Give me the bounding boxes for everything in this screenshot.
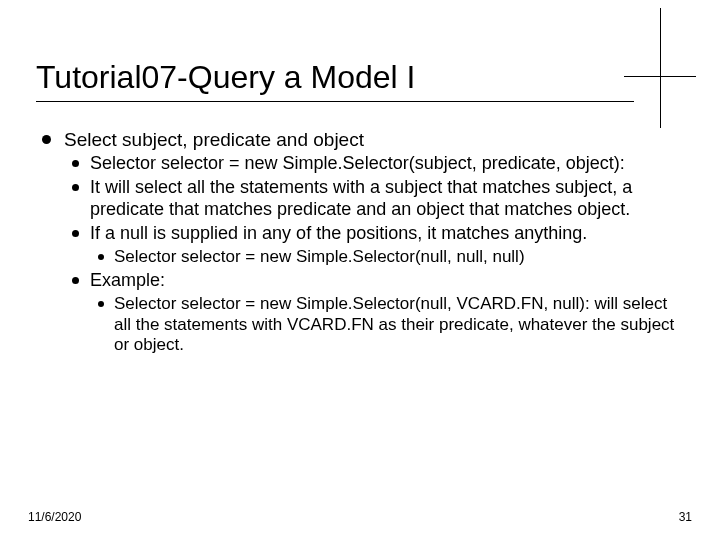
bullet-text: Selector selector = new Simple.Selector(… [114, 247, 525, 266]
bullet-text: Selector selector = new Simple.Selector(… [90, 153, 625, 173]
footer-date: 11/6/2020 [28, 510, 81, 524]
bullet-level2: Selector selector = new Simple.Selector(… [90, 294, 684, 356]
bullet-text: Selector selector = new Simple.Selector(… [114, 294, 674, 354]
footer-page-number: 31 [679, 510, 692, 524]
bullet-text: If a null is supplied in any of the posi… [90, 223, 587, 243]
bullet-text: It will select all the statements with a… [90, 177, 632, 219]
slide: Tutorial07-Query a Model I Select subjec… [0, 0, 720, 540]
bullet-level0: Select subject, predicate and object Sel… [36, 128, 684, 356]
title-underline [36, 101, 634, 102]
bullet-level1: Example: Selector selector = new Simple.… [64, 270, 684, 356]
bullet-level1: It will select all the statements with a… [64, 177, 684, 221]
bullet-text: Select subject, predicate and object [64, 129, 364, 150]
title-block: Tutorial07-Query a Model I [36, 60, 684, 102]
bullet-level1: Selector selector = new Simple.Selector(… [64, 153, 684, 175]
bullet-text: Example: [90, 270, 165, 290]
slide-title: Tutorial07-Query a Model I [36, 60, 684, 95]
content: Select subject, predicate and object Sel… [36, 128, 684, 356]
bullet-level2: Selector selector = new Simple.Selector(… [90, 247, 684, 268]
bullet-level1: If a null is supplied in any of the posi… [64, 223, 684, 268]
